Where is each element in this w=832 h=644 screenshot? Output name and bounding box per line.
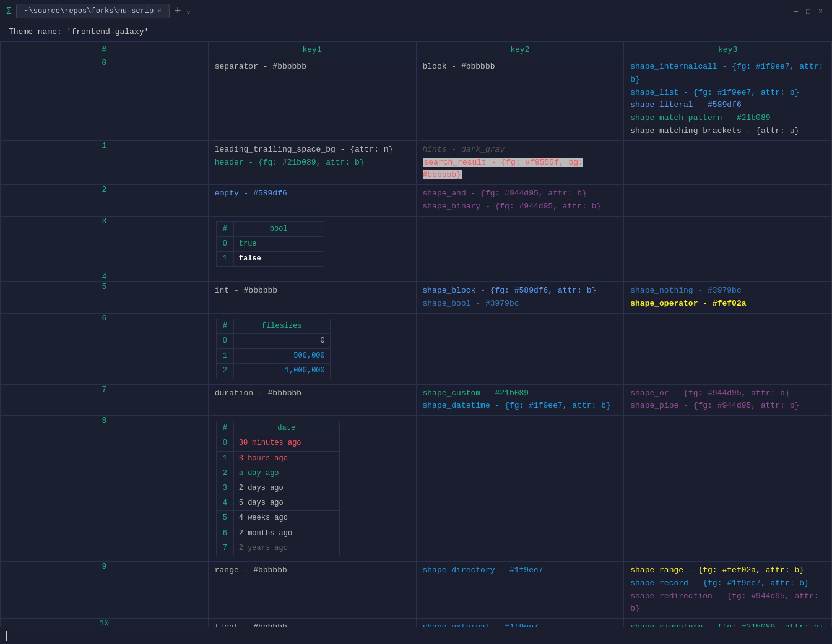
mini-table-row: 0 true — [216, 236, 324, 251]
row-index-6: 6 — [1, 313, 209, 384]
mini-table-row: 1 3 hours ago — [216, 451, 339, 466]
mini-col-bool: bool — [233, 221, 324, 236]
row-index-9: 9 — [1, 561, 209, 618]
row7-col1: duration - #bbbbbb — [209, 385, 416, 403]
mini-table-row: 2 1,000,000 — [216, 364, 330, 379]
main-table: # key1 key2 key3 0 separator - #bbbbbb — [0, 41, 832, 641]
mini-col-date: date — [233, 421, 339, 436]
row0-col3: shape_internalcall - {fg: #1f9ee7, attr:… — [624, 58, 831, 140]
active-tab[interactable]: ~\source\repos\forks\nu-scrip × — [16, 4, 169, 18]
col-header-key3: key3 — [624, 42, 832, 58]
tab-chevron[interactable]: ⌄ — [186, 6, 191, 15]
row3-col2 — [417, 217, 624, 221]
bool-mini-table: # bool 0 true — [216, 221, 324, 267]
row-index-3: 3 — [1, 216, 209, 272]
col-header-key2: key2 — [416, 42, 624, 58]
content-area: # key1 key2 key3 0 separator - #bbbbbb — [0, 41, 832, 641]
theme-name-line: Theme name: 'frontend-galaxy' — [0, 22, 832, 41]
titlebar: Σ ~\source\repos\forks\nu-scrip × + ⌄ — … — [0, 0, 832, 22]
date-mini-table: # date 0 30 minutes ago — [216, 421, 340, 556]
row0-col2: block - #bbbbbb — [417, 58, 624, 76]
mini-table-row: 1 500,000 — [216, 349, 330, 364]
row5-col2: shape_block - {fg: #589df6, attr: b} sha… — [417, 282, 624, 313]
row-index-7: 7 — [1, 384, 209, 416]
table-row: 3 # bool — [1, 216, 832, 272]
mini-table-row: 7 2 years ago — [216, 541, 339, 556]
filesizes-mini-table: # filesizes 0 0 — [216, 319, 331, 379]
window-controls: — □ × — [794, 7, 826, 15]
table-row: 2 empty - #589df6 shape_and - {fg: #944d… — [1, 185, 832, 217]
table-row: 4 — [1, 272, 832, 282]
row5-col3: shape_nothing - #3979bc shape_operator -… — [624, 282, 831, 313]
row-index-2: 2 — [1, 185, 209, 217]
table-row: 6 # filesizes — [1, 313, 832, 384]
tab-close-btn[interactable]: × — [157, 7, 162, 15]
table-row: 1 leading_trailing_space_bg - {attr: n} … — [1, 140, 832, 184]
table-row: 9 range - #bbbbbb shape_directory - #1f9… — [1, 561, 832, 618]
mini-table-row: 0 0 — [216, 334, 330, 349]
mini-col-hash: # — [216, 221, 233, 236]
mini-table-row: 1 false — [216, 252, 324, 267]
row2-col1: empty - #589df6 — [209, 185, 416, 203]
mini-table-row: 3 2 days ago — [216, 481, 339, 496]
row-index-4: 4 — [1, 272, 209, 282]
row2-col3 — [624, 185, 831, 190]
row1-col1: leading_trailing_space_bg - {attr: n} he… — [209, 141, 416, 172]
table-row: 0 separator - #bbbbbb block - #bbbbbb — [1, 58, 832, 141]
close-btn[interactable]: × — [818, 7, 826, 15]
col-header-key1: key1 — [208, 42, 416, 58]
row9-col3: shape_range - {fg: #fef02a, attr: b} sha… — [624, 562, 831, 618]
table-row: 8 # date — [1, 416, 832, 562]
minimize-btn[interactable]: — — [794, 7, 801, 15]
row-index-5: 5 — [1, 282, 209, 314]
tab-label: ~\source\repos\forks\nu-scrip — [24, 7, 154, 15]
row0-col1: separator - #bbbbbb — [209, 58, 416, 76]
mini-table-row: 5 4 weeks ago — [216, 511, 339, 526]
col-header-index: # — [1, 42, 209, 58]
mini-table-row: 0 30 minutes ago — [216, 436, 339, 451]
mini-col-hash: # — [216, 319, 233, 333]
row1-col2: hints - dark_gray search_result - {fg: #… — [417, 141, 624, 184]
mini-table-row: 6 2 months ago — [216, 526, 339, 541]
row-index-8: 8 — [1, 416, 209, 562]
row3-col1: # bool 0 true — [209, 217, 416, 272]
search-result-highlight: search_result - {fg: #f9555f, bg: #bbbbb… — [423, 158, 583, 180]
row8-col1: # date 0 30 minutes ago — [209, 416, 416, 561]
cursor-indicator — [6, 631, 7, 641]
row7-col3: shape_or - {fg: #944d95, attr: b} shape_… — [624, 385, 831, 416]
mini-table-row: 2 a day ago — [216, 466, 339, 481]
row3-col3 — [624, 217, 831, 221]
row5-col1: int - #bbbbbb — [209, 282, 416, 300]
mini-col-filesizes: filesizes — [233, 319, 330, 333]
bottom-bar — [0, 627, 832, 644]
row-index-0: 0 — [1, 58, 209, 141]
row-index-1: 1 — [1, 140, 209, 184]
row2-col2: shape_and - {fg: #944d95, attr: b} shape… — [417, 185, 624, 216]
row7-col2: shape_custom - #21b089 shape_datetime - … — [417, 385, 624, 416]
row9-col2: shape_directory - #1f9ee7 — [417, 562, 624, 580]
row6-col1: # filesizes 0 0 — [209, 314, 416, 384]
data-table-wrapper: # key1 key2 key3 0 separator - #bbbbbb — [0, 41, 832, 641]
mini-col-hash: # — [216, 421, 233, 436]
row1-col3 — [624, 141, 831, 146]
terminal-icon: Σ — [6, 6, 11, 16]
row9-col1: range - #bbbbbb — [209, 562, 416, 580]
mini-table-row: 4 5 days ago — [216, 496, 339, 511]
table-row: 7 duration - #bbbbbb shape_custom - #21b… — [1, 384, 832, 416]
table-row: 5 int - #bbbbbb shape_block - {fg: #589d… — [1, 282, 832, 314]
new-tab-btn[interactable]: + — [175, 5, 181, 17]
restore-btn[interactable]: □ — [806, 7, 813, 15]
